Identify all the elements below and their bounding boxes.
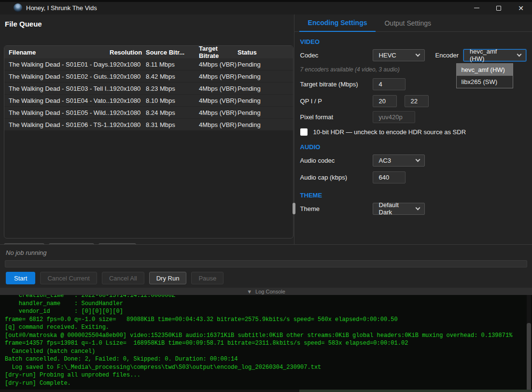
log-line: handler_name : SoundHandler <box>5 300 532 308</box>
encoder-option-libx265[interactable]: libx265 (SW) <box>457 76 513 88</box>
file-queue-title: File Queue <box>0 14 294 32</box>
cell-source-bitrate: 8.24 Mbps <box>146 109 199 116</box>
cell-resolution: 1920x1080 <box>110 97 146 104</box>
codec-select[interactable]: HEVC <box>373 49 425 61</box>
cell-status: Pending <box>238 109 293 116</box>
video-section-header: VIDEO <box>300 38 526 46</box>
table-row[interactable]: The Walking Dead - S01E06 - TS-1... 1920… <box>4 119 293 131</box>
audio-cap-row: Audio cap (kbps) 640 <box>300 171 526 183</box>
table-row[interactable]: The Walking Dead - S01E04 - Vato... 1920… <box>4 95 293 107</box>
encoder-select-value: hevc_amf (HW) <box>470 48 513 62</box>
encoder-dropdown-list: hevc_amf (HW) libx265 (SW) <box>456 63 513 88</box>
audio-codec-label: Audio codec <box>300 157 373 164</box>
log-horizontal-scrollbar[interactable] <box>0 390 532 392</box>
maximize-button[interactable] <box>488 0 510 14</box>
log-line: creation_time : 2022-08-13T14:14:12.0000… <box>5 295 532 300</box>
cell-filename: The Walking Dead - S01E02 - Guts... <box>4 73 110 80</box>
cell-target-bitrate: 4Mbps (VBR) <box>199 85 238 92</box>
log-console-toggle[interactable]: ▼ Log Console <box>0 288 532 295</box>
log-vertical-scrollbar[interactable] <box>527 295 531 392</box>
column-header-target-bitrate[interactable]: Target Bitrate <box>199 45 238 59</box>
settings-tabs: Encoding Settings Output Settings <box>294 14 532 32</box>
cancel-all-button[interactable]: Cancel All <box>102 272 144 284</box>
encoder-option-hevc-amf[interactable]: hevc_amf (HW) <box>457 64 513 76</box>
encoder-select[interactable]: hevc_amf (HW) <box>463 49 526 61</box>
table-row[interactable]: The Walking Dead - S01E02 - Guts... 1920… <box>4 70 293 83</box>
window-title: Honey, I Shrunk The Vids <box>26 4 97 12</box>
cell-status: Pending <box>238 61 293 68</box>
file-queue-table: Filename Resolution Source Bitr... Targe… <box>4 45 294 238</box>
minimize-button[interactable] <box>465 0 488 14</box>
column-header-filename[interactable]: Filename <box>4 49 110 56</box>
hdr-checkbox-row: 10-bit HDR — uncheck to encode HDR sourc… <box>300 128 526 136</box>
column-header-status[interactable]: Status <box>238 49 293 56</box>
codec-select-value: HEVC <box>379 52 396 59</box>
close-button[interactable]: ✕ <box>510 0 532 14</box>
log-line: vendor_id : [0][0][0][0] <box>5 308 532 316</box>
dry-run-button[interactable]: Dry Run <box>149 272 187 284</box>
log-console[interactable]: creation_time : 2022-08-13T14:14:12.0000… <box>0 295 532 392</box>
log-line: Cancelled (batch cancel) <box>5 348 532 356</box>
cell-filename: The Walking Dead - S01E06 - TS-1... <box>4 121 110 128</box>
column-header-resolution[interactable]: Resolution <box>110 49 146 56</box>
audio-cap-label: Audio cap (kbps) <box>300 174 373 181</box>
qp-i-input[interactable]: 20 <box>373 95 397 107</box>
log-line: [out#0/matroska @ 0000025504a8eb00] vide… <box>5 332 532 340</box>
tab-output-settings[interactable]: Output Settings <box>376 15 440 31</box>
window-controls: ✕ <box>465 0 532 14</box>
cancel-current-button[interactable]: Cancel Current <box>40 272 97 284</box>
cell-target-bitrate: 4Mbps (VBR) <box>199 121 238 128</box>
pause-button[interactable]: Pause <box>191 272 224 284</box>
cell-source-bitrate: 8.11 Mbps <box>146 61 199 68</box>
pixel-format-input[interactable]: yuv420p <box>373 111 415 123</box>
minimize-icon <box>474 8 479 8</box>
cell-target-bitrate: 4Mbps (VBR) <box>199 109 238 116</box>
cell-resolution: 1920x1080 <box>110 109 146 116</box>
cell-target-bitrate: 4Mbps (VBR) <box>199 97 238 104</box>
cell-source-bitrate: 8.42 Mbps <box>146 73 199 80</box>
cell-filename: The Walking Dead - S01E03 - Tell I... <box>4 85 110 92</box>
chevron-down-icon <box>415 52 420 57</box>
column-header-source-bitrate[interactable]: Source Bitr... <box>146 49 199 56</box>
chevron-down-icon <box>415 206 420 210</box>
chevron-down-icon <box>517 52 522 57</box>
audio-cap-input[interactable]: 640 <box>373 171 406 183</box>
target-bitrate-input[interactable]: 4 <box>373 78 406 90</box>
cell-resolution: 1920x1080 <box>110 73 146 80</box>
table-row[interactable]: The Walking Dead - S01E03 - Tell I... 19… <box>4 83 293 95</box>
log-line: [dry-run] Probing all unprobed files... <box>5 371 532 379</box>
log-vertical-scrollbar-thumb[interactable] <box>527 323 531 392</box>
log-line: frame= 6812 fps=0.0 q=-1.0 size= 89088Ki… <box>5 316 532 324</box>
theme-row: Theme Default Dark <box>300 202 526 215</box>
tab-encoding-settings[interactable]: Encoding Settings <box>299 15 376 32</box>
log-horizontal-scrollbar-thumb[interactable] <box>299 390 532 392</box>
cell-status: Pending <box>238 85 293 92</box>
cell-target-bitrate: 4Mbps (VBR) <box>199 73 238 80</box>
cell-status: Pending <box>238 97 293 104</box>
hdr-checkbox-label: 10-bit HDR — uncheck to encode HDR sourc… <box>313 128 466 136</box>
table-header-row: Filename Resolution Source Bitr... Targe… <box>4 46 293 58</box>
cell-source-bitrate: 8.10 Mbps <box>146 97 199 104</box>
log-console-title: Log Console <box>255 289 285 294</box>
job-progress-bar <box>5 260 527 267</box>
cell-resolution: 1920x1080 <box>110 61 146 68</box>
cell-resolution: 1920x1080 <box>110 85 146 92</box>
cell-resolution: 1920x1080 <box>110 121 146 128</box>
start-button[interactable]: Start <box>6 272 35 284</box>
pixel-format-label: Pixel format <box>300 113 373 121</box>
log-line: Batch cancelled. Done: 2, Failed: 0, Ski… <box>5 355 532 364</box>
target-bitrate-label: Target bitrate (Mbps) <box>300 81 373 88</box>
main-area: File Queue Filename Resolution Source Bi… <box>0 14 532 244</box>
theme-select-value: Default Dark <box>379 201 411 216</box>
table-row[interactable]: The Walking Dead - S01E05 - Wild... 1920… <box>4 107 293 119</box>
theme-select[interactable]: Default Dark <box>373 203 425 215</box>
audio-codec-select[interactable]: AC3 <box>373 154 425 167</box>
qp-p-input[interactable]: 22 <box>405 95 429 107</box>
cell-source-bitrate: 8.23 Mbps <box>146 85 199 92</box>
audio-codec-row: Audio codec AC3 <box>300 154 526 167</box>
hdr-checkbox[interactable] <box>300 128 308 136</box>
log-line: Log saved to F:\_Media\_processing\compr… <box>5 364 532 372</box>
log-line: frame=14357 fps=13981 q=-1.0 Lsize= 1689… <box>5 339 532 348</box>
pixel-format-row: Pixel format yuv420p <box>300 111 526 123</box>
table-row[interactable]: The Walking Dead - S01E01 - Days... 1920… <box>4 58 293 70</box>
